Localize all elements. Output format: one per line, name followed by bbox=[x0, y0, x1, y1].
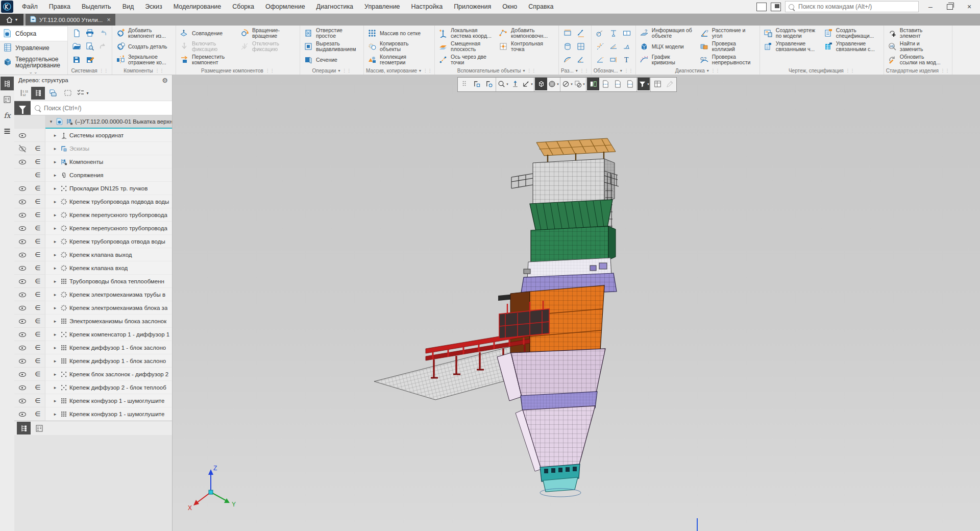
visibility-eye-icon[interactable] bbox=[18, 225, 27, 232]
include-status-cell[interactable]: ∈ bbox=[31, 222, 45, 235]
include-status-cell[interactable]: ∈ bbox=[31, 315, 45, 328]
fx-variables-panel-button[interactable]: fx bbox=[1, 108, 14, 122]
tree-item-content[interactable]: ▸Прокладки DN125 тр. пучков bbox=[45, 182, 172, 195]
tree-item[interactable]: ∈▸Компоненты bbox=[14, 155, 172, 168]
toolbar-grip-button[interactable] bbox=[458, 78, 471, 90]
collapsed-arrow-icon[interactable]: ▸ bbox=[53, 212, 58, 218]
visibility-cell[interactable] bbox=[14, 208, 31, 222]
home-button[interactable]: ▾ bbox=[0, 14, 23, 26]
note-base-button[interactable] bbox=[607, 54, 620, 66]
menu-item[interactable]: Сборка bbox=[227, 0, 260, 13]
command-search-input[interactable] bbox=[797, 3, 915, 11]
tree-item-content[interactable]: ▸Компоненты bbox=[45, 155, 172, 168]
tree-filter-button[interactable] bbox=[14, 101, 31, 115]
visibility-eye-icon[interactable] bbox=[18, 132, 27, 139]
include-status-cell[interactable]: ∈ bbox=[31, 208, 45, 222]
visibility-eye-icon[interactable] bbox=[18, 278, 27, 285]
visibility-cell[interactable] bbox=[14, 155, 31, 168]
visibility-eye-icon[interactable] bbox=[18, 397, 27, 404]
collapsed-arrow-icon[interactable]: ▸ bbox=[53, 159, 58, 164]
interface-window-icon[interactable] bbox=[756, 3, 767, 11]
visibility-cell[interactable] bbox=[14, 368, 31, 381]
relations-view-button[interactable] bbox=[46, 87, 60, 100]
tree-item[interactable]: ∈▸Трубопроводы блока теплообменн bbox=[14, 275, 172, 288]
collapsed-arrow-icon[interactable]: ▸ bbox=[53, 385, 58, 390]
find-replace-button[interactable]: АБНайти и заменить bbox=[886, 40, 945, 53]
tree-item-content[interactable]: ▸Трубопроводы блока теплообменн bbox=[45, 275, 172, 288]
hide-objects-button[interactable]: ▾ bbox=[561, 78, 573, 90]
display-settings-button[interactable] bbox=[651, 78, 664, 90]
visibility-eye-icon[interactable] bbox=[18, 185, 27, 192]
control-point-button[interactable]: Контрольная точка bbox=[497, 40, 556, 53]
visibility-eye-icon[interactable] bbox=[18, 158, 27, 165]
collapsed-arrow-icon[interactable]: ▸ bbox=[53, 358, 58, 364]
note-level-button[interactable] bbox=[620, 40, 633, 53]
visibility-eye-icon[interactable] bbox=[18, 344, 27, 351]
tree-item[interactable]: ∈▸Крепеж блок заслонок - диффузор 2 bbox=[14, 368, 172, 381]
visibility-eye-icon[interactable] bbox=[18, 211, 27, 219]
visibility-cell[interactable] bbox=[14, 381, 31, 394]
visibility-cell[interactable] bbox=[14, 195, 31, 208]
tree-item[interactable]: ∈▸Крепеж диффузор 2 - блок теплооб bbox=[14, 381, 172, 394]
selection-area-button[interactable] bbox=[61, 87, 75, 100]
visibility-eye-icon[interactable] bbox=[18, 264, 27, 272]
include-status-cell[interactable]: ∈ bbox=[31, 301, 45, 315]
include-status-cell[interactable]: ∈ bbox=[31, 155, 45, 168]
geometry-collection-button[interactable]: Коллекция геометрии bbox=[366, 53, 425, 66]
restore-button[interactable] bbox=[942, 1, 958, 12]
menu-item[interactable]: Приложения bbox=[448, 0, 497, 13]
parameters-panel-button[interactable] bbox=[1, 92, 14, 106]
collapsed-arrow-icon[interactable]: ▸ bbox=[53, 239, 58, 244]
dim-cyl-button[interactable] bbox=[561, 40, 574, 53]
visibility-cell[interactable] bbox=[14, 222, 31, 235]
tree-item-content[interactable]: ▸Электромеханизмы блока заслонок bbox=[45, 315, 172, 328]
visibility-cell[interactable] bbox=[14, 142, 31, 155]
visibility-cell[interactable] bbox=[14, 341, 31, 354]
tab-close-icon[interactable]: × bbox=[107, 16, 111, 23]
note-slope-button[interactable] bbox=[607, 40, 620, 53]
tree-item[interactable]: ∈▸Крепеж конфузор 1 - шумоглушите bbox=[14, 407, 172, 421]
collapsed-arrow-icon[interactable]: ▸ bbox=[53, 279, 58, 284]
tree-item[interactable]: ∈▸Эскизы bbox=[14, 142, 172, 155]
include-status-cell[interactable]: ∈ bbox=[31, 341, 45, 354]
collapsed-arrow-icon[interactable]: ▸ bbox=[53, 305, 58, 310]
include-status-cell[interactable]: ∈ bbox=[31, 195, 45, 208]
visibility-eye-icon[interactable] bbox=[18, 411, 27, 418]
offset-plane-button[interactable]: Смещенная плоскость bbox=[437, 40, 496, 53]
mass-properties-button[interactable]: МЦХ модели bbox=[638, 40, 697, 53]
visibility-cell[interactable] bbox=[14, 407, 31, 421]
place-sketch-button[interactable] bbox=[483, 78, 495, 90]
visibility-cell[interactable] bbox=[14, 261, 31, 275]
visibility-eye-icon[interactable] bbox=[18, 331, 27, 338]
visibility-cell[interactable] bbox=[14, 328, 31, 341]
visibility-cell[interactable] bbox=[14, 354, 31, 368]
note-angle-button[interactable] bbox=[594, 54, 607, 66]
tree-item-content[interactable]: ▸Крепеж клапана вход bbox=[45, 261, 172, 275]
include-status-cell[interactable]: ∈ bbox=[31, 288, 45, 301]
visibility-cell[interactable] bbox=[14, 301, 31, 315]
tree-item-content[interactable]: ▸Крепеж трубопровода отвода воды bbox=[45, 235, 172, 248]
collapsed-arrow-icon[interactable]: ▸ bbox=[53, 372, 58, 377]
tree-item-content[interactable]: ▸Системы координат bbox=[45, 129, 172, 142]
folder-open-button[interactable] bbox=[70, 40, 83, 53]
continuity-check-button[interactable]: G?Проверка непрерывности bbox=[698, 53, 757, 66]
include-status-cell[interactable]: ∈ bbox=[31, 142, 45, 155]
collapsed-arrow-icon[interactable]: ▸ bbox=[53, 186, 58, 191]
tree-item-content[interactable]: ▸Крепеж перепускного трубопровода bbox=[45, 208, 172, 222]
visibility-cell[interactable] bbox=[14, 182, 31, 195]
include-status-cell[interactable]: ∈ bbox=[31, 354, 45, 368]
visibility-eye-icon[interactable] bbox=[18, 291, 27, 298]
include-status-cell[interactable]: ∈ bbox=[31, 182, 45, 195]
tree-item-content[interactable]: ▸Крепеж компенсатор 1 - диффузор 1 bbox=[45, 328, 172, 341]
tree-item[interactable]: ∈▸Электромеханизмы блока заслонок bbox=[14, 315, 172, 328]
undo-button[interactable] bbox=[96, 27, 110, 39]
menu-item[interactable]: Диагностика bbox=[311, 0, 359, 13]
include-status-cell[interactable]: ∈ bbox=[31, 275, 45, 288]
create-part-button[interactable]: Создать деталь bbox=[114, 40, 174, 53]
include-status-cell[interactable]: ∈ bbox=[31, 328, 45, 341]
menu-item[interactable]: Оформление bbox=[260, 0, 311, 13]
section-display-button[interactable] bbox=[587, 78, 599, 90]
cut-extrude-button[interactable]: Вырезать выдавливанием bbox=[302, 40, 361, 53]
menu-item[interactable]: Окно bbox=[497, 0, 523, 13]
tree-item-content[interactable]: ▸Крепеж электромеханизма блока за bbox=[45, 301, 172, 315]
